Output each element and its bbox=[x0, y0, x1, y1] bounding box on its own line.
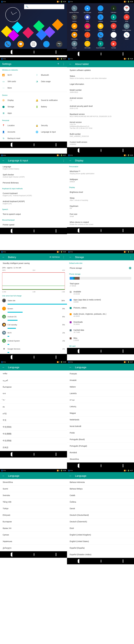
all-apps-button[interactable] bbox=[30, 41, 37, 47]
baseband-item[interactable]: Baseband versionMOLY.WR8.W1449.MD.WG.MP.… bbox=[67, 111, 134, 119]
language-item[interactable]: 🌐Language & input bbox=[33, 129, 67, 135]
browser-icon[interactable]: 🌐 bbox=[43, 41, 50, 47]
back-button[interactable] bbox=[78, 350, 79, 352]
data-usage-item[interactable]: ◔Data usage bbox=[33, 78, 67, 85]
menu-icon[interactable] bbox=[130, 256, 132, 259]
messaging-icon[interactable]: 💬 bbox=[17, 41, 24, 47]
storage-row[interactable]: Downloads20.00KB bbox=[67, 319, 134, 327]
language-option[interactable]: Slovenščina bbox=[0, 479, 67, 486]
recents-button[interactable] bbox=[123, 560, 123, 562]
storage-row[interactable]: Available23.01GB bbox=[67, 289, 134, 297]
language-option[interactable]: Bahasa Indonesia bbox=[67, 479, 134, 486]
app-calendar[interactable]: 📅Calendar bbox=[120, 5, 133, 13]
language-option[interactable]: অসমীয়া bbox=[0, 370, 67, 377]
back-icon[interactable] bbox=[69, 62, 72, 66]
home-button[interactable] bbox=[34, 230, 34, 232]
miravision-item[interactable]: MiraVision™Display picture quality optim… bbox=[67, 168, 134, 176]
battery-row[interactable]: 🔆Screen9% bbox=[0, 306, 67, 312]
language-option[interactable]: Slovenčina bbox=[67, 456, 134, 462]
home-button[interactable] bbox=[34, 51, 34, 54]
font-size-item[interactable]: Font sizeSmall bbox=[67, 211, 134, 219]
language-option[interactable]: Српски bbox=[0, 532, 67, 538]
bluetooth-item[interactable]: ᚼBluetooth bbox=[33, 72, 67, 78]
updates-item[interactable]: System software updates bbox=[67, 67, 134, 73]
app-music[interactable]: ♪Music bbox=[81, 32, 94, 40]
storage-row[interactable]: Pictures, videos bbox=[67, 305, 134, 311]
storage-row[interactable]: Audio (music, ringtones, podcasts, etc.)… bbox=[67, 311, 134, 319]
status-item[interactable]: StatusStatus of the battery, network, an… bbox=[67, 73, 134, 81]
camera-icon[interactable]: 📷 bbox=[56, 41, 62, 47]
tts-item[interactable]: Text-to-speech output bbox=[0, 211, 67, 217]
back-button[interactable] bbox=[78, 149, 79, 152]
back-button[interactable] bbox=[78, 464, 79, 467]
recents-button[interactable] bbox=[56, 453, 56, 456]
spell-checker-item[interactable]: Spell checkerAndroid Spell Checker (AOSP… bbox=[0, 172, 67, 180]
language-option[interactable]: தமிழ் bbox=[0, 410, 67, 417]
home-button[interactable] bbox=[101, 52, 101, 56]
recents-button[interactable] bbox=[123, 52, 123, 56]
language-option[interactable]: English (United States) bbox=[67, 538, 134, 545]
language-item[interactable]: LanguageEnglish (United States) bbox=[0, 164, 67, 172]
backup-item[interactable]: ↻Backup & reset bbox=[0, 135, 67, 142]
language-option[interactable]: العربية bbox=[0, 377, 67, 384]
search-icon[interactable] bbox=[57, 62, 60, 66]
language-option[interactable]: Lietuvių bbox=[67, 403, 134, 410]
recents-button[interactable] bbox=[123, 229, 123, 232]
back-button[interactable] bbox=[11, 51, 12, 54]
back-button[interactable] bbox=[11, 230, 12, 232]
language-option[interactable]: Latviešu bbox=[67, 390, 134, 397]
back-icon[interactable] bbox=[69, 256, 72, 259]
recents-button[interactable] bbox=[123, 464, 123, 467]
back-icon[interactable] bbox=[69, 159, 72, 162]
battery-row[interactable]: 🤖Android OS6% bbox=[0, 314, 67, 321]
language-option[interactable]: es bbox=[0, 404, 67, 410]
back-button[interactable] bbox=[11, 453, 12, 456]
location-item[interactable]: 📍Location bbox=[0, 122, 33, 129]
app-fm-radio[interactable]: 📻FM Radio bbox=[81, 23, 94, 31]
standby-item[interactable]: Standby intelligent power saving bbox=[0, 260, 67, 266]
phone-storage-radio[interactable]: Phone storage bbox=[67, 265, 134, 271]
back-icon[interactable] bbox=[2, 159, 5, 162]
battery-row[interactable]: 📱Tablet idle36% bbox=[0, 298, 67, 304]
wifi-item[interactable]: 📶Wi-Fi bbox=[0, 72, 33, 78]
language-option[interactable]: Dansk bbox=[67, 505, 134, 512]
display-item[interactable]: 🔆Display bbox=[0, 97, 33, 104]
home-button[interactable] bbox=[101, 464, 101, 467]
custom-build-item[interactable]: Custom build versionvKB005Z bbox=[67, 139, 134, 147]
battery-row[interactable]: 🤖Android System1% bbox=[0, 338, 67, 345]
language-option[interactable]: ‫עברית‬ bbox=[67, 397, 134, 403]
recents-button[interactable] bbox=[56, 230, 56, 232]
battery-chart[interactable] bbox=[2, 272, 65, 290]
language-option[interactable]: Português (Portugal) bbox=[67, 443, 134, 449]
language-option[interactable]: Bahasa Melayu bbox=[67, 486, 134, 492]
language-option[interactable]: ქართული bbox=[0, 545, 67, 551]
daydream-item[interactable]: DaydreamOff bbox=[67, 203, 134, 211]
language-option[interactable]: Български bbox=[0, 518, 67, 525]
security-item[interactable]: 🔒Security bbox=[33, 122, 67, 129]
language-option[interactable]: Português (Brasil) bbox=[67, 436, 134, 443]
app-sound-recorder[interactable]: 🎙Sound Recorder bbox=[94, 41, 107, 48]
language-option[interactable]: Español (España) bbox=[67, 545, 134, 551]
language-option[interactable]: Polski bbox=[67, 430, 134, 436]
back-button[interactable] bbox=[78, 52, 79, 56]
legal-item[interactable]: Legal information bbox=[67, 81, 134, 87]
app-backup-and-rest-[interactable]: ↻Backup and Rest.. bbox=[68, 5, 81, 13]
brightness-item[interactable]: Brightness level bbox=[67, 189, 134, 195]
battery-row[interactable]: 📡Wi-Fi1% bbox=[0, 330, 67, 337]
battery-row[interactable]: 📶Cell standby5% bbox=[0, 322, 67, 329]
app-calculator[interactable]: ±Calculator bbox=[107, 5, 120, 13]
menu-icon[interactable] bbox=[62, 62, 65, 66]
app-ble-manager[interactable]: ●BLE Manager bbox=[81, 5, 94, 13]
app-phone[interactable]: 📞Phone bbox=[94, 32, 107, 40]
recents-button[interactable] bbox=[123, 350, 123, 352]
battery-row[interactable]: ⚙Google Services1% bbox=[0, 346, 67, 353]
back-icon[interactable] bbox=[2, 256, 5, 259]
language-option[interactable]: Eesti bbox=[67, 525, 134, 532]
back-icon[interactable] bbox=[2, 366, 5, 369]
storage-row[interactable]: Cached data18.71MB bbox=[67, 327, 134, 335]
language-option[interactable]: Deutsch (Österreich) bbox=[67, 518, 134, 525]
search-widget[interactable]: 🔍 bbox=[24, 4, 64, 9]
home-button[interactable] bbox=[101, 350, 101, 352]
home-button[interactable] bbox=[101, 560, 101, 562]
home-button[interactable] bbox=[34, 553, 34, 556]
